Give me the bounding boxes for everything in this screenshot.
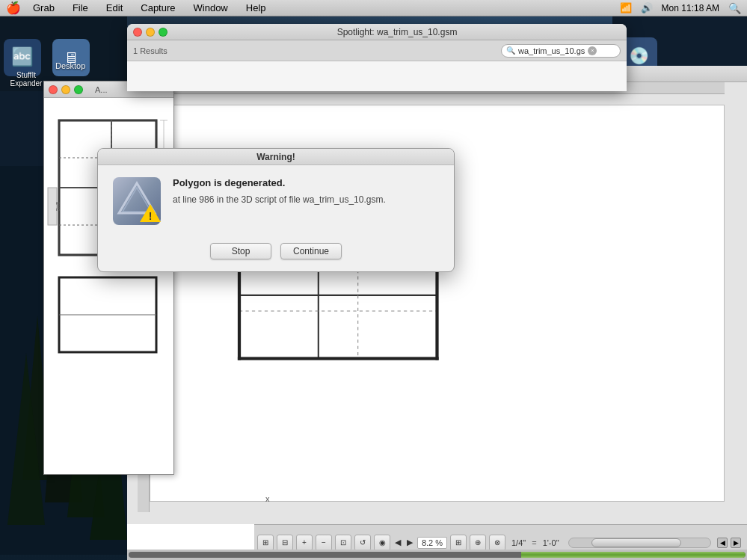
spotlight-search-icon: 🔍 [506,46,515,55]
scale-equals: = [532,538,536,547]
toolbar-btn-zoom-out[interactable]: − [316,535,332,551]
dialog-message-sub: at line 986 in the 3D script of file wa_… [173,193,439,206]
menubar: 🍎 Grab File Edit Capture Window Help 📶 🔊… [0,0,747,16]
apple-menu[interactable]: 🍎 [6,1,21,15]
continue-button[interactable]: Continue [280,243,342,259]
menu-window[interactable]: Window [191,2,231,13]
svg-rect-36 [238,357,439,360]
dialog-buttons: Stop Continue [98,237,454,271]
nav-arrow-prev[interactable]: ◀ [395,538,401,547]
svg-text:💿: 💿 [629,46,650,66]
left-panel-close-btn[interactable] [49,85,58,94]
toolbar-btn-more1[interactable]: ⊕ [470,535,486,551]
x-coordinate-label: x [265,494,270,503]
nav-arrow-next[interactable]: ▶ [407,538,413,547]
left-panel-window: A... 3x5 [43,81,174,475]
dialog-icon: ! [113,177,161,225]
warning-dialog: Warning! ! [97,148,455,272]
spotlight-window: Spotlight: wa_trim_us_10.gsm 1 Results 🔍… [127,24,627,91]
toolbar-btn-1[interactable]: ⊞ [257,535,274,551]
svg-text:🔤: 🔤 [11,46,34,67]
toolbar-btn-zoom-area[interactable]: ⊞ [450,535,467,551]
spotlight-search-text: wa_trim_us_10.gs [518,46,585,55]
toolbar-btn-fit[interactable]: ⊡ [335,535,351,551]
spotlight-results-count: 1 Results [133,46,167,55]
scroll-right-btn[interactable]: ▶ [731,538,741,548]
left-panel-doc-label: A... [95,85,108,94]
dialog-text-area: Polygon is degenerated. at line 986 in t… [173,177,439,206]
scroll-left-btn[interactable]: ◀ [717,538,728,548]
spotlight-min-btn[interactable] [146,28,155,37]
scroll-thumb[interactable] [591,538,681,547]
stop-button[interactable]: Stop [210,243,271,259]
spotlight-search-box[interactable]: 🔍 wa_trim_us_10.gs × [501,44,621,58]
left-panel-max-btn[interactable] [74,85,83,94]
spotlight-traffic-lights [133,28,167,37]
dialog-message-main: Polygon is degenerated. [173,177,439,188]
time-display: Mon 11:18 AM [662,3,719,13]
menubar-right: 📶 🔊 Mon 11:18 AM 🔍 [620,2,741,14]
wifi-icon[interactable]: 🔊 [641,2,653,13]
left-panel-min-btn[interactable] [61,85,70,94]
spotlight-close-btn[interactable] [133,28,142,37]
spotlight-max-btn[interactable] [159,28,167,37]
spotlight-content [127,61,627,91]
toolbar-btn-2[interactable]: ⊟ [277,535,293,551]
spotlight-icon[interactable]: 🔍 [728,2,741,14]
green-scrollbar-container [127,550,747,560]
menu-capture[interactable]: Capture [138,2,178,13]
menu-help[interactable]: Help [243,2,269,13]
toolbar-btn-nav[interactable]: ◉ [374,535,390,551]
toolbar-btn-zoom-in[interactable]: + [296,535,313,551]
spotlight-toolbar: 1 Results 🔍 wa_trim_us_10.gs × [127,40,627,61]
green-scrollbar-thumb[interactable] [521,552,746,558]
scale-value: 1'-0" [543,538,559,547]
menu-file[interactable]: File [70,2,91,13]
horizontal-scrollbar[interactable] [568,538,711,548]
spotlight-search-clear-btn[interactable]: × [588,46,597,55]
dialog-title: Warning! [256,152,295,162]
spotlight-title: Spotlight: wa_trim_us_10.gsm [173,27,621,37]
toolbar-btn-rotate[interactable]: ↺ [354,535,371,551]
menu-edit[interactable]: Edit [103,2,126,13]
svg-text:3x5: 3x5 [55,201,61,211]
dialog-body: ! Polygon is degenerated. at line 986 in… [98,165,454,237]
archicad-warning-icon: ! [113,177,161,225]
left-panel-traffic-lights [49,85,83,94]
archicad-window: ▼ 📄 Doc | 15-18 (7-25-07.2) 3D / All 3x5 [127,66,747,560]
green-scrollbar-track[interactable] [129,552,746,558]
dialog-titlebar: Warning! [98,149,454,165]
desktop-label: Desktop [55,61,85,70]
scale-label: 1/4" [511,538,526,547]
svg-text:!: ! [149,210,153,222]
spotlight-titlebar: Spotlight: wa_trim_us_10.gsm [127,24,627,40]
stuffit-label: StuffIt Expander [4,71,49,87]
menubar-items: Grab File Edit Capture Window Help [30,2,269,13]
bluetooth-icon[interactable]: 📶 [620,2,632,13]
menu-grab[interactable]: Grab [30,2,58,13]
toolbar-btn-more2[interactable]: ⊗ [489,535,505,551]
zoom-display: 8.2 % [417,537,447,549]
